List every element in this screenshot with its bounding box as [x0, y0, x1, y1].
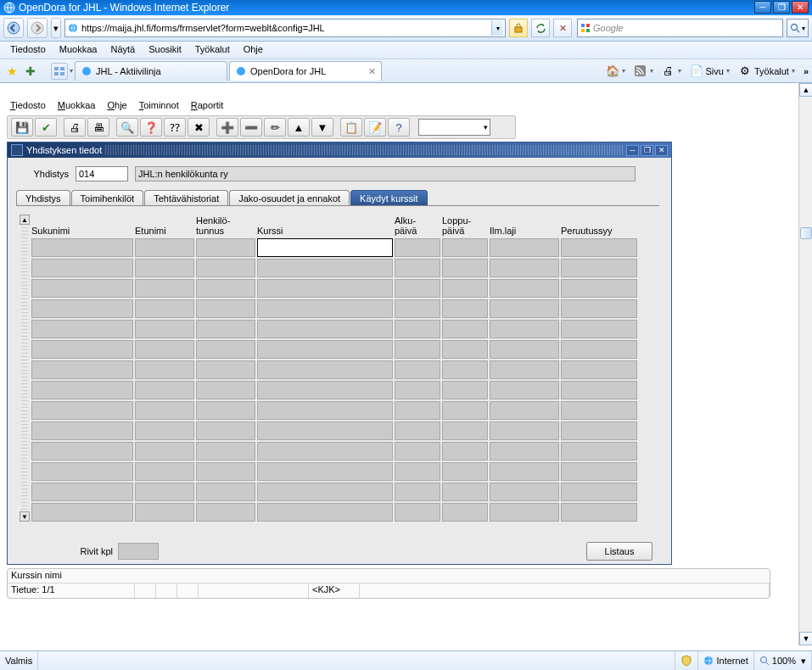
grid-cell[interactable] — [31, 320, 133, 338]
print-icon[interactable]: 🖨 — [64, 118, 86, 137]
oracle-menu-tiedosto[interactable]: Tiedosto — [10, 100, 46, 110]
grid-cell[interactable] — [31, 483, 133, 501]
grid-cell[interactable] — [395, 259, 440, 277]
menu-nayta[interactable]: Näytä — [104, 42, 142, 59]
menu-muokkaa[interactable]: Muokkaa — [53, 42, 104, 59]
oracle-menu-toiminnot[interactable]: Toiminnot — [139, 100, 179, 110]
grid-cell[interactable] — [561, 381, 637, 399]
print-setup-icon[interactable]: 🖶 — [87, 118, 109, 137]
menu-suosikit[interactable]: Suosikit — [142, 42, 188, 59]
rivit-kpl-input[interactable] — [118, 543, 159, 560]
grid-cell[interactable] — [196, 401, 255, 420]
grid-cell[interactable] — [442, 360, 488, 379]
add-favorite-icon[interactable]: ✚ — [22, 63, 39, 80]
tab-yhdistys[interactable]: Yhdistys — [16, 190, 70, 205]
menu-tyokalut[interactable]: Työkalut — [188, 42, 237, 59]
grid-scroll-down[interactable]: ▼ — [20, 511, 30, 522]
tab-kaydyt-kurssit[interactable]: Käydyt kurssit — [350, 190, 427, 205]
refresh-button[interactable] — [531, 19, 550, 37]
grid-cell[interactable] — [135, 259, 194, 277]
grid-cell[interactable] — [31, 381, 133, 399]
grid-cell[interactable] — [395, 238, 440, 257]
commit-icon[interactable]: ✔ — [35, 118, 57, 137]
mdi-restore-button[interactable]: ❐ — [641, 145, 653, 156]
grid-cell[interactable] — [490, 503, 559, 522]
grid-cell[interactable] — [135, 238, 194, 257]
menu-ohje[interactable]: Ohje — [237, 42, 270, 59]
grid-cell[interactable] — [561, 340, 637, 359]
grid-cell[interactable] — [490, 259, 559, 277]
scroll-up-button[interactable]: ▲ — [799, 83, 812, 97]
cancel-query-icon[interactable]: ✖ — [188, 118, 210, 137]
grid-cell[interactable] — [395, 442, 440, 461]
favorites-star-icon[interactable]: ★ — [3, 63, 20, 80]
grid-cell[interactable] — [442, 259, 488, 277]
browser-tab-jhl[interactable]: JHL - Aktiivilinja — [75, 61, 227, 81]
scroll-thumb[interactable] — [800, 227, 812, 239]
grid-cell[interactable] — [490, 279, 559, 298]
grid-cell[interactable] — [442, 299, 488, 318]
grid-cell[interactable] — [561, 483, 637, 501]
grid-cell[interactable] — [196, 442, 255, 461]
print-button[interactable]: 🖨▾ — [662, 64, 681, 78]
grid-cell[interactable] — [395, 299, 440, 318]
overflow-chevron[interactable]: » — [804, 66, 809, 76]
grid-cell[interactable] — [561, 462, 637, 481]
enter-query-icon[interactable]: ❓ — [140, 118, 162, 137]
grid-cell[interactable] — [490, 340, 559, 359]
tools-button[interactable]: ⚙Työkalut▾ — [738, 64, 795, 78]
grid-cell[interactable] — [257, 422, 393, 440]
grid-cell[interactable] — [196, 259, 255, 277]
back-button[interactable] — [3, 18, 24, 38]
grid-cell[interactable] — [561, 238, 637, 257]
tab-close-icon[interactable]: ✕ — [368, 66, 376, 77]
grid-cell[interactable] — [442, 483, 488, 501]
grid-cell[interactable] — [442, 340, 488, 359]
grid-cell[interactable] — [257, 462, 393, 481]
grid-cell[interactable] — [31, 279, 133, 298]
scroll-down-button[interactable]: ▼ — [799, 632, 812, 645]
grid-cell[interactable] — [490, 360, 559, 379]
list-icon[interactable]: 📋 — [340, 118, 362, 137]
grid-cell[interactable] — [442, 442, 488, 461]
grid-cell[interactable] — [490, 442, 559, 461]
grid-cell[interactable] — [561, 422, 637, 440]
window-close-button[interactable]: ✕ — [792, 1, 809, 14]
grid-cell[interactable] — [490, 381, 559, 399]
grid-cell[interactable] — [135, 279, 194, 298]
save-icon[interactable]: 💾 — [11, 118, 33, 137]
grid-cell[interactable] — [395, 340, 440, 359]
grid-cell[interactable] — [395, 462, 440, 481]
address-input[interactable] — [81, 23, 491, 33]
grid-cell[interactable] — [561, 401, 637, 420]
grid-cell[interactable] — [257, 299, 393, 318]
nav-history-dropdown[interactable]: ▾ — [51, 18, 61, 38]
grid-cell[interactable] — [395, 401, 440, 420]
page-vertical-scrollbar[interactable]: ▲ ▼ — [798, 83, 812, 645]
execute-query-icon[interactable]: ⁇ — [164, 118, 186, 137]
grid-cell[interactable] — [135, 340, 194, 359]
grid-cell[interactable] — [31, 340, 133, 359]
oracle-menu-muokkaa[interactable]: Muokkaa — [58, 100, 96, 110]
insert-record-icon[interactable]: ➕ — [216, 118, 238, 137]
grid-cell[interactable] — [395, 483, 440, 501]
status-shield[interactable] — [675, 651, 698, 670]
zoom-control[interactable]: 100% ▾ — [754, 651, 812, 670]
grid-cell[interactable] — [561, 360, 637, 379]
grid-cell[interactable] — [257, 320, 393, 338]
grid-cell[interactable] — [196, 360, 255, 379]
grid-cell[interactable] — [490, 401, 559, 420]
quick-tabs-dropdown[interactable]: ▾ — [70, 67, 73, 75]
oracle-menu-raportit[interactable]: Raportit — [191, 100, 224, 110]
grid-cell[interactable] — [442, 462, 488, 481]
yhdistys-code-input[interactable] — [76, 166, 128, 181]
grid-cell[interactable] — [442, 503, 488, 522]
grid-cell[interactable] — [257, 483, 393, 501]
grid-cell[interactable] — [442, 422, 488, 440]
grid-cell[interactable] — [561, 259, 637, 277]
grid-cell[interactable] — [561, 299, 637, 318]
grid-cell[interactable] — [135, 422, 194, 440]
grid-cell[interactable] — [490, 299, 559, 318]
window-minimize-button[interactable]: ─ — [754, 1, 771, 14]
grid-cell[interactable] — [196, 340, 255, 359]
